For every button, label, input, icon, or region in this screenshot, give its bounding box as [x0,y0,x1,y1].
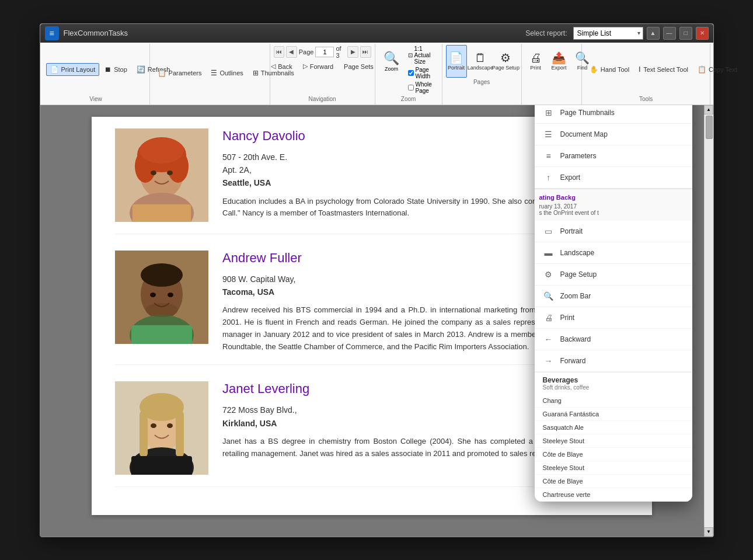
scroll-down-button[interactable]: ▼ [704,527,713,537]
actual-size-opt[interactable]: ⊡ 1:1 Actual Size [406,45,438,65]
mobile-menu-backward[interactable]: ← Backward [535,329,692,350]
whole-page-opt[interactable]: Whole Page [406,81,438,95]
svg-rect-26 [131,456,192,475]
stop-button[interactable]: ⏹ Stop [100,63,131,76]
print-buttons: 🖨 Print 📤 Export 🔍 Find [525,45,578,78]
page-sets-button[interactable]: Page Sets [340,60,378,73]
svg-point-25 [167,423,173,428]
prev-page-button[interactable]: ◀ [286,46,297,58]
zoom-group-label: Zoom [379,96,438,102]
zoom-icon: 🔍 [384,51,399,66]
list-item: Côte de Blaye [535,448,692,461]
mobile-menu-thumbnails[interactable]: ⊞ Page Thumbnails [535,105,692,124]
mobile-menu-landscape[interactable]: ▬ Landscape [535,242,692,264]
parameters-button[interactable]: 📋 Parameters [154,67,206,79]
print-button[interactable]: 🖨 Print [525,45,546,78]
person-photo-andrew [115,251,208,344]
ribbon-group-view: 📄 Print Layout ⏹ Stop 🔄 Refresh View [43,44,150,105]
vertical-scrollbar[interactable]: ▲ ▼ [704,105,713,537]
mobile-parameters-icon: ≡ [543,150,555,162]
page-number-input[interactable] [315,47,334,57]
print-layout-button[interactable]: 📄 Print Layout [46,63,100,76]
avatar-svg-janet [115,381,208,475]
zoom-button[interactable]: 🔍 Zoom [379,45,405,78]
app-menu-button[interactable]: ≡ [45,26,59,40]
svg-rect-23 [176,411,184,457]
forward-button[interactable]: ▷ Forward [299,60,337,73]
whole-page-check[interactable] [408,85,414,91]
main-window: ≡ FlexCommonTasks Select report: Simple … [40,23,714,537]
list-item: Chartreuse verte [535,488,692,502]
scroll-up-button[interactable]: ▲ [704,105,713,114]
svg-point-6 [140,138,184,164]
mobile-menu-zoombar[interactable]: 🔍 Zoom Bar [535,286,692,307]
mobile-menu-pagesetup[interactable]: ⚙ Page Setup [535,264,692,286]
view-group-label: View [46,96,146,102]
mobile-overlay: ○○○○ Airtel ▼ 3:09 PM 93% testdemos.comp… [535,105,692,502]
print-layout-icon: 📄 [50,65,59,74]
landscape-button[interactable]: 🗒 Landscape [469,45,492,78]
window-title: FlexCommonTasks [64,29,526,37]
page-setup-button[interactable]: ⚙ Page Setup [494,45,517,78]
nav-group-label: Navigation [274,96,371,102]
mobile-print-icon: 🖨 [543,312,555,324]
svg-point-15 [168,293,173,297]
select-report-combo[interactable]: Simple List [573,27,643,40]
mobile-list: Chang Guaraná Fantástica Sasquatch Ale S… [535,394,692,502]
print-icon: 🖨 [530,52,542,64]
svg-point-8 [167,171,173,175]
svg-point-17 [145,303,178,317]
next-page-button[interactable]: ▶ [347,46,358,58]
mobile-portrait-icon: ▭ [543,225,555,237]
mobile-category-sub: Soft drinks, coffee [543,384,684,391]
svg-rect-16 [131,325,192,344]
mobile-menu-parameters[interactable]: ≡ Parameters [535,145,692,167]
svg-rect-22 [140,411,148,457]
close-button[interactable]: ✕ [696,27,709,40]
ribbon-group-view2: 📋 Parameters ☰ Outlines ⊞ Thumbnails [150,44,270,105]
mobile-category: Beverages Soft drinks, coffee [535,372,692,394]
portrait-button[interactable]: 📄 Portrait [446,45,467,78]
mobile-content-text: s the OnPrint event of t [539,210,688,216]
scroll-thumb[interactable] [706,116,713,139]
list-item: Guaraná Fantástica [535,408,692,421]
page-width-check[interactable] [408,70,414,76]
hand-tool-icon: ✋ [590,65,598,74]
title-bar-right: Select report: Simple List ▲ — □ ✕ [525,27,708,40]
content-area: Nancy Davolio 507 - 20th Ave. E. Apt. 2A… [40,105,713,537]
mobile-menu-export[interactable]: ↑ Export [535,167,692,189]
mobile-forward-icon: → [543,355,555,367]
mobile-menu-forward[interactable]: → Forward [535,350,692,372]
person-photo-janet [115,381,208,475]
hand-tool-button[interactable]: ✋ Hand Tool [585,63,633,76]
pages-group-label: Pages [446,79,518,85]
export-button[interactable]: 📤 Export [549,45,570,78]
mobile-menu-docmap[interactable]: ☰ Document Map [535,124,692,145]
svg-point-7 [151,171,156,175]
portrait-icon: 📄 [449,52,463,64]
maximize-button[interactable]: □ [679,27,692,40]
minimize-button[interactable]: — [663,27,676,40]
last-page-button[interactable]: ⏭ [360,46,371,58]
copy-text-button[interactable]: 📋 Copy Text [693,63,741,76]
page-width-opt[interactable]: Page Width [406,66,438,80]
mobile-backward-icon: ← [543,333,555,345]
outlines-button[interactable]: ☰ Outlines [207,67,247,79]
mobile-content-peek: ating Backg ruary 13, 2017 s the OnPrint… [535,189,692,221]
zoom-options: ⊡ 1:1 Actual Size Page Width Whole Page [406,45,438,95]
parameters-icon: 📋 [158,69,166,77]
back-button[interactable]: ◁ Back [267,60,296,73]
first-page-button[interactable]: ⏮ [274,46,285,58]
mobile-content-heading: ating Backg [539,194,688,201]
landscape-icon: 🗒 [475,52,486,64]
mobile-menu-portrait[interactable]: ▭ Portrait [535,221,692,242]
restore-up-button[interactable]: ▲ [647,27,660,40]
list-item: Sasquatch Ale [535,421,692,434]
svg-point-24 [151,423,156,428]
text-select-button[interactable]: Ⅰ Text Select Tool [635,63,692,76]
mobile-menu-print[interactable]: 🖨 Print [535,307,692,329]
mobile-landscape-icon: ▬ [543,247,555,259]
person-photo-nancy [115,128,208,222]
mobile-docmap-icon: ☰ [543,128,555,140]
tools-buttons: ✋ Hand Tool Ⅰ Text Select Tool 📋 Copy Te… [585,45,707,95]
